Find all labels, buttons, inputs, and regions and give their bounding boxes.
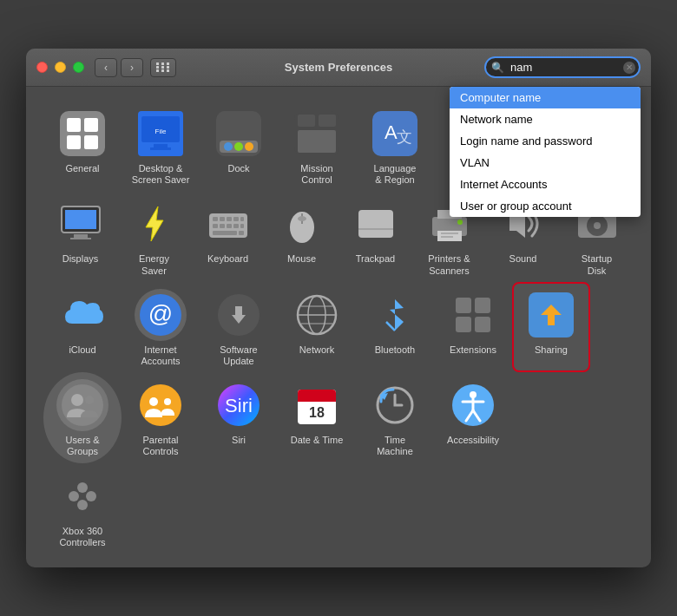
pref-language-region[interactable]: A文 Language& Region [356, 101, 434, 191]
pref-bluetooth[interactable]: Bluetooth [356, 282, 434, 372]
svg-rect-44 [239, 231, 244, 235]
pref-icloud[interactable]: iCloud [43, 282, 122, 372]
svg-rect-16 [298, 115, 315, 127]
svg-rect-0 [60, 111, 105, 156]
datetime-label: Date & Time [291, 435, 344, 446]
svg-point-47 [298, 216, 306, 221]
dropdown-item-computer-name[interactable]: Computer name [450, 87, 641, 108]
internet-accounts-icon: @ [135, 289, 187, 341]
dropdown-item-user-group-account[interactable]: User or group account [450, 195, 641, 217]
desktop-icon: File [135, 108, 187, 160]
minimize-button[interactable] [55, 62, 66, 73]
svg-point-79 [140, 384, 181, 426]
svg-rect-38 [213, 224, 218, 228]
svg-text:File: File [155, 128, 167, 135]
grid-view-button[interactable] [150, 58, 176, 77]
dock-icon [213, 108, 265, 160]
svg-line-69 [386, 322, 395, 331]
svg-rect-30 [74, 234, 88, 238]
svg-rect-1 [67, 118, 81, 132]
svg-point-55 [457, 220, 463, 225]
pref-date-time[interactable]: 18 Date & Time [278, 372, 356, 462]
svg-rect-43 [213, 231, 237, 235]
svg-rect-48 [358, 210, 393, 238]
printers-label: Printers &Scanners [428, 253, 470, 276]
dropdown-item-vlan[interactable]: VLAN [450, 152, 641, 174]
search-area: 🔍 ✕ [484, 56, 641, 78]
mission-icon [291, 108, 343, 160]
search-clear-button[interactable]: ✕ [623, 62, 635, 74]
svg-rect-86 [298, 398, 336, 402]
svg-rect-2 [84, 118, 98, 132]
svg-text:Siri: Siri [225, 395, 253, 416]
network-icon [291, 289, 343, 341]
svg-rect-70 [456, 298, 471, 313]
pref-accessibility[interactable]: Accessibility [434, 372, 512, 462]
pref-sharing[interactable]: Sharing [512, 282, 590, 372]
trackpad-label: Trackpad [356, 253, 395, 265]
dropdown-item-network-name[interactable]: Network name [450, 108, 641, 130]
pref-time-machine[interactable]: TimeMachine [356, 372, 434, 462]
search-input[interactable] [484, 56, 641, 78]
maximize-button[interactable] [73, 62, 84, 73]
grid-icon [156, 62, 171, 72]
sound-label: Sound [509, 253, 537, 265]
close-button[interactable] [36, 62, 48, 73]
pref-mission-control[interactable]: MissionControl [278, 101, 356, 191]
pref-network[interactable]: Network [278, 282, 356, 372]
pref-row-3: iCloud @ InternetAccounts SoftwareUpdate [43, 282, 634, 372]
svg-rect-72 [456, 317, 471, 332]
svg-rect-53 [441, 233, 458, 234]
pref-energy-saver[interactable]: EnergySaver [117, 191, 191, 281]
pref-dock[interactable]: Dock [200, 101, 278, 191]
svg-rect-8 [154, 144, 168, 147]
pref-xbox360[interactable]: Xbox 360Controllers [43, 463, 122, 554]
pref-displays[interactable]: Displays [43, 191, 117, 281]
timemachine-icon [369, 379, 421, 431]
pref-extensions[interactable]: Extensions [434, 282, 512, 372]
svg-point-60 [594, 222, 601, 229]
pref-parental-controls[interactable]: ParentalControls [122, 372, 200, 462]
dock-label: Dock [227, 163, 249, 174]
forward-button[interactable]: › [121, 58, 143, 77]
svg-text:@: @ [148, 300, 173, 327]
search-dropdown: Computer name Network name Login name an… [450, 87, 641, 217]
language-label: Language& Region [374, 163, 417, 186]
software-icon [213, 289, 265, 341]
traffic-lights [36, 62, 84, 73]
svg-rect-35 [227, 217, 232, 221]
mission-label: MissionControl [300, 163, 332, 186]
displays-label: Displays [62, 253, 99, 265]
search-icon: 🔍 [491, 62, 504, 74]
pref-row-4: Users &Groups ParentalControls Siri Siri… [43, 372, 634, 462]
svg-rect-29 [65, 210, 96, 229]
svg-rect-18 [298, 130, 336, 153]
dropdown-item-internet-accounts[interactable]: Internet Accounts [450, 174, 641, 195]
back-button[interactable]: ‹ [95, 58, 117, 77]
pref-general[interactable]: General [43, 101, 122, 191]
icloud-label: iCloud [69, 344, 95, 356]
svg-point-81 [164, 398, 171, 405]
pref-mouse[interactable]: Mouse [265, 191, 338, 281]
pref-users-groups[interactable]: Users &Groups [43, 372, 122, 462]
pref-software-update[interactable]: SoftwareUpdate [200, 282, 278, 372]
keyboard-label: Keyboard [207, 253, 248, 265]
pref-siri[interactable]: Siri Siri [200, 372, 278, 462]
users-label: Users &Groups [65, 435, 99, 457]
network-label: Network [299, 344, 334, 356]
svg-rect-9 [150, 147, 171, 150]
datetime-icon: 18 [291, 379, 343, 431]
siri-label: Siri [232, 435, 246, 446]
pref-trackpad[interactable]: Trackpad [338, 191, 412, 281]
trackpad-icon [350, 198, 402, 250]
dropdown-item-login-name-password[interactable]: Login name and password [450, 130, 641, 152]
users-icon [56, 379, 108, 431]
timemachine-label: TimeMachine [377, 435, 413, 457]
svg-rect-36 [233, 217, 239, 221]
svg-rect-37 [240, 217, 244, 221]
svg-rect-17 [319, 115, 336, 127]
pref-desktop-screensaver[interactable]: File Desktop &Screen Saver [122, 101, 200, 191]
pref-keyboard[interactable]: Keyboard [191, 191, 265, 281]
pref-internet-accounts[interactable]: @ InternetAccounts [122, 282, 200, 372]
extensions-label: Extensions [450, 344, 496, 356]
